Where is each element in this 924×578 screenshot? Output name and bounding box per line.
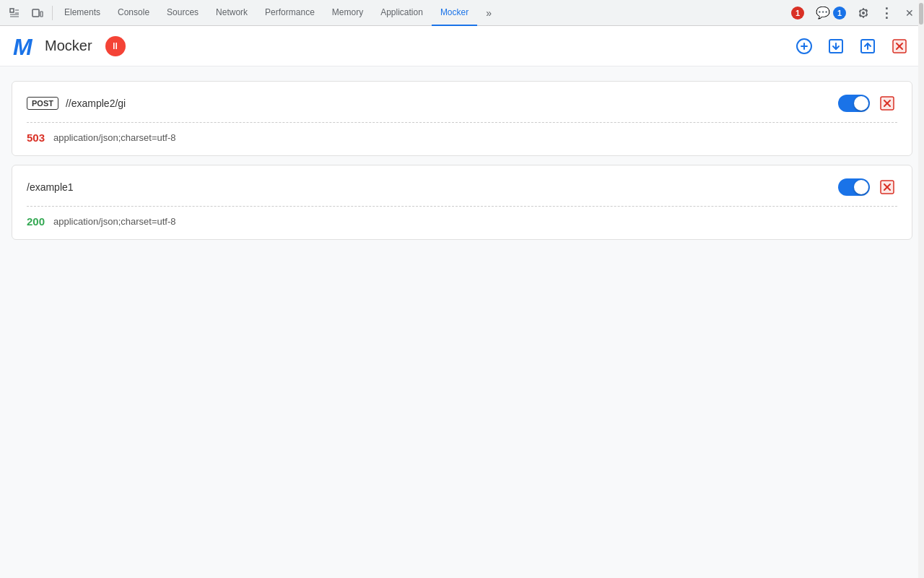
pause-icon: ⏸ (110, 40, 120, 51)
main-content: POST //example2/gi (0, 66, 924, 578)
mock-2-divider (27, 206, 897, 207)
mock-1-content-type: application/json;charset=utf-8 (53, 132, 175, 143)
tab-sources[interactable]: Sources (158, 0, 207, 26)
mock-card-1: POST //example2/gi (12, 81, 912, 156)
export-button[interactable] (855, 33, 881, 59)
mock-2-toggle-thumb (854, 180, 868, 194)
scrollbar-thumb (919, 3, 923, 25)
mock-1-bottom: 503 application/json;charset=utf-8 (27, 131, 897, 144)
tab-mocker[interactable]: Mocker (432, 0, 477, 26)
message-count: 1 (833, 7, 846, 20)
settings-btn[interactable] (852, 1, 875, 25)
mock-card-1-info: POST //example2/gi (27, 97, 838, 110)
mock-2-status-code: 200 (27, 215, 45, 228)
mocker-title: Mocker (45, 38, 92, 54)
svg-rect-2 (40, 12, 43, 17)
mock-1-url: //example2/gi (66, 98, 126, 109)
add-mock-button[interactable] (791, 33, 817, 59)
mock-2-url: /example1 (27, 181, 74, 193)
mock-1-status-code: 503 (27, 131, 45, 144)
svg-rect-1 (32, 9, 39, 17)
error-count: 1 (791, 7, 804, 20)
mock-card-1-controls (838, 93, 897, 113)
more-tabs-btn[interactable]: » (477, 1, 500, 25)
pause-button[interactable]: ⏸ (105, 36, 126, 56)
mock-card-1-top: POST //example2/gi (27, 93, 897, 113)
tab-memory[interactable]: Memory (323, 0, 372, 26)
mock-1-method: POST (27, 97, 58, 110)
tab-performance[interactable]: Performance (256, 0, 323, 26)
import-button[interactable] (823, 33, 849, 59)
scrollbar[interactable] (918, 0, 924, 578)
mocker-logo-icon: M (12, 33, 38, 59)
inspect-element-btn[interactable] (3, 1, 26, 25)
devtools-tabbar: Elements Console Sources Network Perform… (0, 0, 924, 26)
tab-console[interactable]: Console (109, 0, 158, 26)
mock-card-2: /example1 200 applic (12, 165, 912, 240)
mock-1-toggle-track (838, 95, 870, 112)
mock-card-2-top: /example1 (27, 177, 897, 197)
error-badge-btn[interactable]: 1 (785, 3, 810, 23)
tab-divider-1 (52, 6, 53, 20)
device-toolbar-btn[interactable] (26, 1, 49, 25)
more-options-btn[interactable]: ⋮ (875, 1, 898, 25)
mock-2-content-type: application/json;charset=utf-8 (53, 216, 175, 227)
mock-1-delete-button[interactable] (877, 93, 897, 113)
mock-2-bottom: 200 application/json;charset=utf-8 (27, 215, 897, 228)
mocker-action-buttons (791, 33, 912, 59)
mock-2-toggle-track (838, 178, 870, 196)
tab-application[interactable]: Application (372, 0, 432, 26)
delete-all-button[interactable] (886, 33, 912, 59)
mock-2-delete-button[interactable] (877, 177, 897, 197)
mocker-header: M Mocker ⏸ (0, 26, 924, 66)
message-badge-btn[interactable]: 💬 1 (810, 3, 852, 23)
tab-elements[interactable]: Elements (56, 0, 109, 26)
mock-1-toggle[interactable] (838, 95, 870, 112)
mock-1-divider (27, 122, 897, 123)
mock-2-toggle[interactable] (838, 178, 870, 196)
mock-1-toggle-thumb (854, 96, 868, 111)
svg-rect-0 (10, 9, 14, 12)
tab-network[interactable]: Network (207, 0, 256, 26)
message-icon: 💬 (816, 6, 830, 20)
mock-card-2-controls (838, 177, 897, 197)
mock-card-2-info: /example1 (27, 181, 838, 193)
mocker-logo-area: M Mocker ⏸ (12, 33, 791, 59)
